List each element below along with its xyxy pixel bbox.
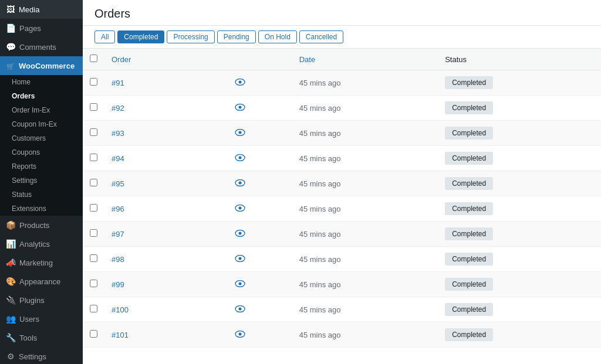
eye-icon xyxy=(235,305,245,312)
status-badge: Completed xyxy=(445,227,493,240)
svg-point-15 xyxy=(238,257,241,260)
eye-icon xyxy=(235,179,245,186)
row-checkbox[interactable] xyxy=(90,330,97,338)
table-row: #96 45 mins ago Completed xyxy=(83,196,601,222)
sidebar-item-marketing[interactable]: Marketing xyxy=(0,253,83,272)
row-order-id[interactable]: #96 xyxy=(104,196,228,222)
header-checkbox-col xyxy=(83,49,104,70)
row-eye-icon-cell[interactable] xyxy=(228,272,292,297)
row-order-id[interactable]: #100 xyxy=(104,297,228,322)
row-order-id[interactable]: #97 xyxy=(104,222,228,247)
sidebar-item-woocommerce[interactable]: WooCommerce xyxy=(0,56,83,75)
row-status-cell: Completed xyxy=(438,272,601,297)
row-checkbox[interactable] xyxy=(90,179,97,186)
row-eye-icon-cell[interactable] xyxy=(228,146,292,171)
status-badge: Completed xyxy=(445,253,493,266)
pages-icon xyxy=(6,23,16,33)
row-order-id[interactable]: #92 xyxy=(104,96,228,121)
row-eye-icon-cell[interactable] xyxy=(228,96,292,121)
sidebar-item-media[interactable]: Media xyxy=(0,0,83,19)
sidebar-label-appearance: Appearance xyxy=(19,277,60,286)
header-order-col[interactable]: Order xyxy=(104,49,228,70)
sidebar-item-plugins[interactable]: Plugins xyxy=(0,291,83,309)
filter-processing-btn[interactable]: Processing xyxy=(167,30,214,43)
row-eye-icon-cell[interactable] xyxy=(228,196,292,222)
sidebar-item-orders[interactable]: Orders xyxy=(0,89,83,103)
row-order-id[interactable]: #98 xyxy=(104,247,228,272)
header-date-col[interactable]: Date xyxy=(292,49,438,70)
row-checkbox-cell xyxy=(83,171,104,196)
sidebar-item-order-imex[interactable]: Order Im-Ex xyxy=(0,103,83,117)
row-checkbox-cell xyxy=(83,247,104,272)
svg-point-19 xyxy=(238,308,241,311)
status-badge: Completed xyxy=(445,101,493,114)
row-order-id[interactable]: #99 xyxy=(104,272,228,297)
row-checkbox[interactable] xyxy=(90,154,97,161)
row-checkbox[interactable] xyxy=(90,78,97,86)
row-status-cell: Completed xyxy=(438,196,601,222)
row-checkbox[interactable] xyxy=(90,305,97,312)
sidebar-item-customers[interactable]: Customers xyxy=(0,131,83,145)
sidebar-label-customers: Customers xyxy=(12,134,46,142)
sidebar-item-extensions[interactable]: Extensions xyxy=(0,202,83,216)
table-header-row: Order Date Status xyxy=(83,49,601,70)
sidebar-item-users[interactable]: Users xyxy=(0,309,83,328)
row-order-id[interactable]: #101 xyxy=(104,322,228,348)
row-order-id[interactable]: #95 xyxy=(104,171,228,196)
row-order-id[interactable]: #94 xyxy=(104,146,228,171)
svg-point-17 xyxy=(238,283,241,285)
row-checkbox[interactable] xyxy=(90,280,97,287)
row-checkbox[interactable] xyxy=(90,204,97,212)
row-status-cell: Completed xyxy=(438,297,601,322)
row-status-cell: Completed xyxy=(438,146,601,171)
row-eye-icon-cell[interactable] xyxy=(228,222,292,247)
status-badge: Completed xyxy=(445,152,493,165)
sidebar-item-appearance[interactable]: Appearance xyxy=(0,272,83,291)
eye-icon xyxy=(235,280,245,287)
table-row: #101 45 mins ago Completed xyxy=(83,322,601,348)
orders-table-container: Order Date Status #91 xyxy=(83,49,601,364)
row-eye-icon-cell[interactable] xyxy=(228,247,292,272)
filter-all-btn[interactable]: All xyxy=(94,30,115,43)
sidebar-item-products[interactable]: Products xyxy=(0,216,83,234)
row-eye-icon-cell[interactable] xyxy=(228,297,292,322)
sidebar-item-reports[interactable]: Reports xyxy=(0,159,83,174)
row-checkbox[interactable] xyxy=(90,128,97,136)
eye-icon xyxy=(235,79,245,86)
sidebar-item-analytics[interactable]: Analytics xyxy=(0,234,83,253)
sidebar-label-coupons: Coupons xyxy=(12,148,40,157)
tools-icon xyxy=(6,333,16,342)
row-eye-icon-cell[interactable] xyxy=(228,121,292,146)
row-eye-icon-cell[interactable] xyxy=(228,171,292,196)
sidebar-item-home[interactable]: Home xyxy=(0,75,83,89)
sidebar-item-settings[interactable]: Settings xyxy=(0,347,83,364)
eye-icon xyxy=(235,255,245,262)
status-badge: Completed xyxy=(445,202,493,215)
sidebar-item-coupons[interactable]: Coupons xyxy=(0,145,83,159)
sidebar-item-status[interactable]: Status xyxy=(0,188,83,202)
row-checkbox[interactable] xyxy=(90,103,97,111)
filter-completed-btn[interactable]: Completed xyxy=(117,30,164,43)
sidebar-label-settings: Settings xyxy=(19,352,46,361)
row-eye-icon-cell[interactable] xyxy=(228,70,292,96)
filter-cancelled-btn[interactable]: Cancelled xyxy=(299,30,343,43)
plugins-icon xyxy=(6,295,16,305)
sidebar-item-woo-settings[interactable]: Settings xyxy=(0,174,83,188)
select-all-checkbox[interactable] xyxy=(90,55,97,62)
row-checkbox[interactable] xyxy=(90,254,97,262)
sidebar-item-pages[interactable]: Pages xyxy=(0,19,83,38)
sidebar-item-comments[interactable]: Comments xyxy=(0,38,83,56)
svg-point-9 xyxy=(238,182,241,185)
eye-icon xyxy=(235,154,245,161)
filter-pending-btn[interactable]: Pending xyxy=(217,30,256,43)
status-badge: Completed xyxy=(445,76,493,89)
row-order-id[interactable]: #91 xyxy=(104,70,228,96)
sidebar-item-coupon-imex[interactable]: Coupon Im-Ex xyxy=(0,117,83,131)
sidebar-label-products: Products xyxy=(19,221,49,230)
row-checkbox[interactable] xyxy=(90,229,97,237)
table-row: #91 45 mins ago Completed xyxy=(83,70,601,96)
row-eye-icon-cell[interactable] xyxy=(228,322,292,348)
filter-on-hold-btn[interactable]: On Hold xyxy=(258,30,297,43)
sidebar-item-tools[interactable]: Tools xyxy=(0,328,83,347)
row-order-id[interactable]: #93 xyxy=(104,121,228,146)
